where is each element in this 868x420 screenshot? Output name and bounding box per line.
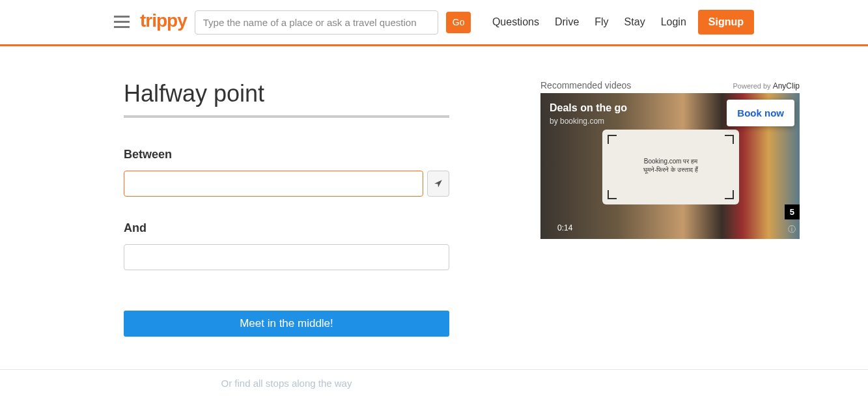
between-label: Between	[124, 148, 449, 161]
and-label: And	[124, 221, 449, 235]
powered-by-label: Powered by AnyClip	[733, 81, 800, 91]
meet-in-middle-button[interactable]: Meet in the middle!	[124, 311, 449, 337]
book-now-button[interactable]: Book now	[727, 100, 794, 126]
nav-fly[interactable]: Fly	[595, 16, 608, 28]
video-subtitle: by booking.com	[550, 117, 604, 126]
nav-stay[interactable]: Stay	[624, 16, 645, 28]
video-player[interactable]: Booking.com पर हम घूमने-फिरने के उस्ताद …	[540, 93, 800, 239]
nav-login[interactable]: Login	[661, 16, 686, 28]
svg-rect-1	[114, 21, 130, 23]
video-title: Deals on the go	[550, 102, 627, 114]
video-timestamp: 0:14	[557, 223, 572, 232]
location-arrow-icon	[434, 179, 443, 188]
nav-questions[interactable]: Questions	[492, 16, 539, 28]
signup-button[interactable]: Signup	[698, 10, 754, 35]
nav-drive[interactable]: Drive	[555, 16, 579, 28]
and-input[interactable]	[124, 244, 449, 270]
search-input[interactable]	[195, 10, 438, 35]
between-input[interactable]	[124, 171, 423, 197]
video-ad-card: Booking.com पर हम घूमने-फिरने के उस्ताद …	[602, 130, 739, 204]
info-icon[interactable]: ⓘ	[788, 224, 796, 235]
go-button[interactable]: Go	[446, 12, 471, 33]
logo[interactable]: trippy	[140, 10, 187, 31]
title-underline	[124, 115, 449, 118]
page-title: Halfway point	[124, 80, 449, 107]
find-stops-link[interactable]: Or find all stops along the way	[0, 378, 573, 389]
recommended-videos-label: Recommended videos	[540, 80, 631, 91]
hamburger-menu-icon[interactable]	[114, 16, 130, 29]
content-divider	[0, 369, 868, 370]
svg-rect-0	[114, 16, 130, 18]
video-countdown: 5	[785, 204, 800, 219]
locate-button[interactable]	[427, 171, 449, 197]
svg-rect-2	[114, 26, 130, 28]
